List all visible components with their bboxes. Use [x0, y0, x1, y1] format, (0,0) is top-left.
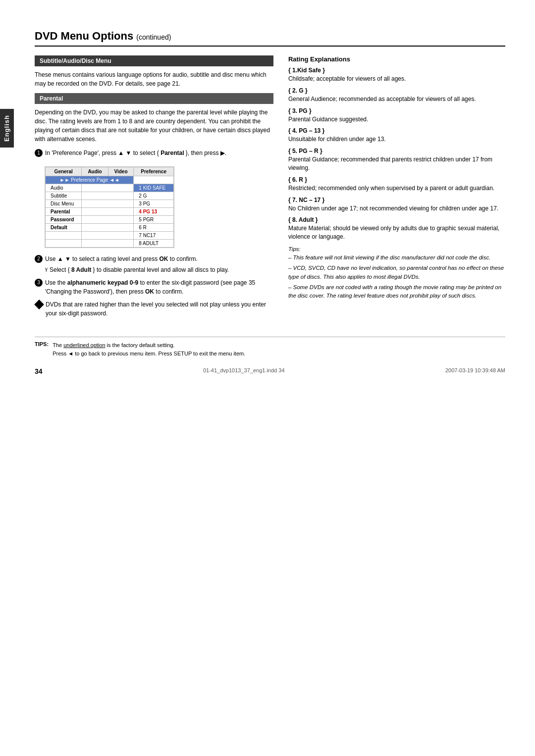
step-3: 3 Use the alphanumeric keypad 0-9 to ent…: [35, 278, 273, 296]
rating-pgr-label: { 5. PG – R }: [288, 148, 505, 154]
step-2-num: 2: [35, 255, 43, 263]
row-password-empty: [82, 216, 134, 224]
row-password-label: Password: [46, 216, 82, 224]
rating-kid-safe-desc: Childsafe; acceptable for viewers of all…: [288, 75, 505, 83]
step-1-num: 1: [35, 149, 43, 157]
title-text: DVD Menu Options: [35, 30, 133, 42]
row-subtitle-label: Subtitle: [46, 192, 82, 200]
page-container: English DVD Menu Options (continued) Sub…: [0, 0, 535, 756]
row-password-value: 5 PGR: [134, 216, 174, 224]
rating-pg13: { 4. PG – 13 } Unsuitable for children u…: [288, 127, 505, 144]
col-general: General: [46, 167, 82, 176]
row-discmenu-value: 3 PG: [134, 200, 174, 208]
rating-adult-label: { 8. Adult }: [288, 216, 505, 223]
row-nc17-empty: [82, 232, 134, 240]
tips-line-1: The underlined option is the factory def…: [53, 341, 245, 350]
row-audio-value: 1 KID SAFE: [134, 184, 174, 192]
rating-pgr-desc: Parental Guidance; recommended that pare…: [288, 155, 505, 172]
row-default-value: 6 R: [134, 224, 174, 232]
step-4-text: DVDs that are rated higher than the leve…: [46, 300, 273, 318]
menu-table-wrapper: General Audio Video Preference ►► Prefer…: [45, 166, 174, 248]
rating-kid-safe: { 1.Kid Safe } Childsafe; acceptable for…: [288, 67, 505, 83]
row-adult-value: 8 ADULT: [134, 240, 174, 248]
row-adult-label: [46, 240, 82, 248]
rating-nc17-label: { 7. NC – 17 }: [288, 197, 505, 203]
footer-left: 01-41_dvp1013_37_eng1.indd 34: [203, 367, 285, 375]
page-number: 34: [35, 367, 43, 375]
rating-nc17-desc: No Children under age 17; not recommende…: [288, 204, 505, 213]
left-column: Subtitle/Audio/Disc Menu These menus con…: [35, 55, 273, 322]
footer: 34 01-41_dvp1013_37_eng1.indd 34 2007-03…: [35, 367, 505, 375]
row-default-empty: [82, 224, 134, 232]
step-4: DVDs that are rated higher than the leve…: [36, 300, 273, 318]
rating-pg13-desc: Unsuitable for children under age 13.: [288, 135, 505, 144]
two-column-layout: Subtitle/Audio/Disc Menu These menus con…: [35, 55, 505, 322]
subtitle-section-header: Subtitle/Audio/Disc Menu: [35, 55, 273, 66]
tips-bold-label: TIPS:: [35, 341, 49, 347]
row-discmenu-empty: [82, 200, 134, 208]
english-tab: English: [0, 109, 14, 148]
tips-line1-suffix: is the factory default setting.: [106, 342, 175, 348]
page-title: DVD Menu Options (continued): [35, 30, 505, 47]
rating-pg13-label: { 4. PG – 13 }: [288, 127, 505, 134]
row-nc17-value: 7 NC17: [134, 232, 174, 240]
col-video: Video: [108, 167, 134, 176]
main-content: DVD Menu Options (continued) Subtitle/Au…: [35, 30, 505, 375]
row-default-label: Default: [46, 224, 82, 232]
rating-title: Rating Explanations: [288, 55, 505, 63]
tips-line1-underlined: underlined option: [63, 342, 105, 348]
rating-r-label: { 6. R }: [288, 176, 505, 183]
rating-r: { 6. R } Restricted; recommended only wh…: [288, 176, 505, 193]
title-continued: (continued): [136, 33, 171, 41]
parental-header: Parental: [35, 93, 273, 104]
footer-right: 2007-03-19 10:39:48 AM: [445, 367, 505, 375]
subtitle-section-text: These menus contains various language op…: [35, 70, 273, 88]
pref-page-row: ►► Preference Page ◄◄: [46, 176, 134, 184]
rating-nc17: { 7. NC – 17 } No Children under age 17;…: [288, 197, 505, 213]
rating-adult-desc: Mature Material; should be viewed only b…: [288, 224, 505, 241]
row-subtitle-empty: [82, 192, 134, 200]
row-parental-label: Parental: [46, 208, 82, 216]
tips-line-2: Press ◄ to go back to previous menu item…: [53, 350, 245, 358]
rating-g-label: { 2. G }: [288, 87, 505, 94]
rating-adult: { 8. Adult } Mature Material; should be …: [288, 216, 505, 241]
row-audio-label: Audio: [46, 184, 82, 192]
row-subtitle-value: 2 G: [134, 192, 174, 200]
rating-g: { 2. G } General Audience; recommended a…: [288, 87, 505, 103]
tips-content: The underlined option is the factory def…: [53, 341, 245, 357]
tip-1: – This feature will not limit viewing if…: [288, 253, 505, 262]
row-audio-empty: [82, 184, 134, 192]
pref-page-right: [134, 176, 174, 184]
right-column: Rating Explanations { 1.Kid Safe } Child…: [288, 55, 505, 322]
step-2-content: Use ▲ ▼ to select a rating level and pre…: [45, 254, 229, 274]
step-2-sub: Select { 8 Adult } to disable parental l…: [50, 265, 229, 274]
tip-2: – VCD, SVCD, CD have no level indication…: [288, 264, 505, 281]
step-1-text: In 'Preference Page', press ▲ ▼ to selec…: [45, 149, 226, 157]
preference-table: General Audio Video Preference ►► Prefer…: [45, 167, 174, 248]
rating-pg-desc: Parental Guidance suggested.: [288, 115, 505, 124]
rating-g-desc: General Audience; recommended as accepta…: [288, 95, 505, 103]
tips-section: Tips: – This feature will not limit view…: [288, 245, 505, 301]
row-parental-empty: [82, 208, 134, 216]
rating-pg: { 3. PG } Parental Guidance suggested.: [288, 107, 505, 124]
row-nc17-label: [46, 232, 82, 240]
parental-text: Depending on the DVD, you may be asked t…: [35, 108, 273, 144]
col-preference: Preference: [134, 167, 174, 176]
rating-kid-safe-label: { 1.Kid Safe }: [288, 67, 505, 74]
rating-pg-label: { 3. PG }: [288, 107, 505, 114]
step-2: 2 Use ▲ ▼ to select a rating level and p…: [35, 254, 273, 274]
col-audio: Audio: [82, 167, 108, 176]
tip-3: – Some DVDs are not coded with a rating …: [288, 283, 505, 301]
row-adult-empty: [82, 240, 134, 248]
tips-label: Tips:: [288, 245, 505, 253]
tips-line1-prefix: The: [53, 342, 63, 348]
rating-r-desc: Restricted; recommended only when superv…: [288, 184, 505, 193]
bottom-tips: TIPS: The underlined option is the facto…: [35, 337, 505, 357]
step-3-num: 3: [35, 279, 43, 287]
step-1: 1 In 'Preference Page', press ▲ ▼ to sel…: [35, 149, 273, 157]
rating-pgr: { 5. PG – R } Parental Guidance; recomme…: [288, 148, 505, 172]
step-3-text: Use the alphanumeric keypad 0-9 to enter…: [45, 278, 273, 296]
row-discmenu-label: Disc Menu: [46, 200, 82, 208]
row-parental-value: 4 PG 13: [134, 208, 174, 216]
